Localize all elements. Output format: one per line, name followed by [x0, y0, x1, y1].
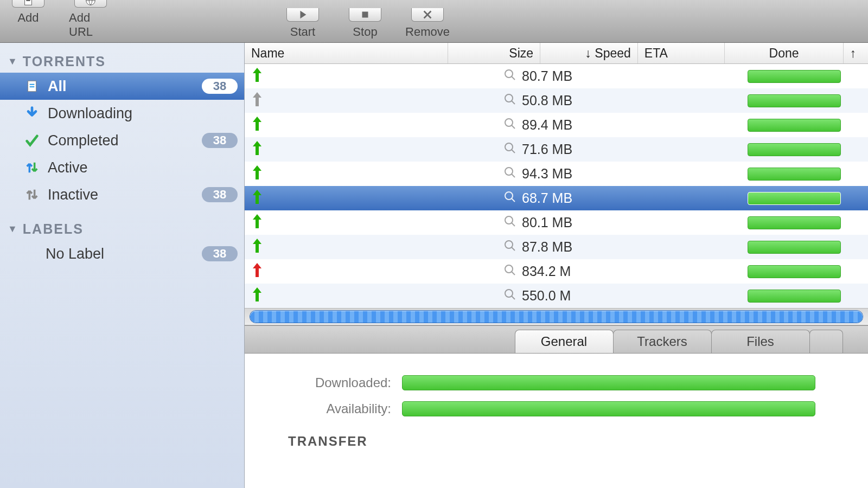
downloaded-label: Downloaded: [277, 375, 402, 390]
size-value: 80.7 MB [522, 68, 572, 84]
sidebar-header-torrents[interactable]: ▼ TORRENTS [0, 50, 244, 73]
status-arrow-icon [251, 67, 267, 86]
start-button[interactable]: Start [281, 8, 324, 39]
table-row[interactable]: 68.7 MB [245, 186, 868, 210]
done-progress-bar [748, 143, 841, 156]
status-arrow-icon [251, 164, 267, 184]
svg-point-8 [505, 70, 513, 78]
torrents-header-label: TORRENTS [23, 54, 106, 69]
done-progress-bar [748, 119, 841, 132]
svg-rect-4 [362, 12, 368, 18]
magnify-icon[interactable] [503, 190, 516, 207]
col-done[interactable]: Done [725, 43, 843, 63]
table-row[interactable]: 550.0 M [245, 284, 868, 308]
tab-overflow[interactable] [809, 330, 843, 353]
stop-icon [359, 9, 371, 21]
svg-point-16 [505, 265, 513, 273]
sidebar-item-all[interactable]: All38 [0, 73, 244, 100]
table-row[interactable]: 834.2 M [245, 259, 868, 284]
status-arrow-icon [251, 213, 267, 233]
table-row[interactable]: 50.8 MB [245, 88, 868, 113]
magnify-icon[interactable] [503, 117, 516, 133]
magnify-icon[interactable] [503, 166, 516, 182]
horizontal-scrollbar[interactable] [245, 308, 868, 325]
svg-point-14 [505, 216, 513, 224]
size-value: 80.1 MB [522, 215, 572, 230]
tab-general[interactable]: General [515, 330, 614, 353]
sidebar-item-label: No Label [46, 246, 202, 262]
size-value: 87.8 MB [522, 239, 572, 255]
remove-label: Remove [405, 25, 450, 39]
updown-gray-icon [24, 187, 40, 203]
sidebar-item-label: All [48, 78, 202, 95]
sidebar-label-item[interactable]: No Label38 [0, 240, 244, 267]
col-size[interactable]: Size [448, 43, 540, 63]
size-value: 550.0 M [522, 288, 571, 304]
magnify-icon[interactable] [503, 93, 516, 109]
table-row[interactable]: 80.1 MB [245, 210, 868, 235]
sidebar-item-completed[interactable]: Completed38 [0, 127, 244, 154]
add-url-label: Add URL [69, 11, 112, 39]
magnify-icon[interactable] [503, 264, 516, 280]
detail-panel: Downloaded: Availability: TRANSFER [245, 354, 868, 488]
col-name[interactable]: Name [245, 43, 448, 63]
stop-label: Stop [353, 25, 377, 39]
main: Name Size ↓ Speed ETA Done ↑ 80.7 MB50.8… [245, 43, 868, 488]
table-row[interactable]: 94.3 MB [245, 162, 868, 186]
size-value: 68.7 MB [522, 190, 572, 206]
count-badge: 38 [202, 246, 238, 261]
magnify-icon[interactable] [503, 239, 516, 255]
add-label: Add [17, 11, 39, 25]
stop-button[interactable]: Stop [343, 8, 387, 39]
table-row[interactable]: 89.4 MB [245, 113, 868, 137]
status-arrow-icon [251, 189, 267, 208]
magnify-icon[interactable] [503, 288, 516, 304]
scrollbar-thumb[interactable] [250, 311, 863, 323]
status-arrow-icon [251, 91, 267, 111]
done-progress-bar [748, 168, 841, 181]
downloaded-bar [402, 375, 815, 390]
status-arrow-icon [251, 237, 267, 257]
sidebar-header-labels[interactable]: ▼ LABELS [0, 218, 244, 240]
remove-icon [422, 9, 433, 21]
col-speed[interactable]: ↓ Speed [540, 43, 638, 63]
size-value: 94.3 MB [522, 166, 572, 182]
add-button[interactable]: Add [7, 0, 50, 39]
svg-point-17 [505, 290, 513, 297]
tab-files[interactable]: Files [711, 330, 810, 353]
tab-trackers[interactable]: Trackers [613, 330, 712, 353]
size-value: 71.6 MB [522, 142, 572, 157]
size-value: 50.8 MB [522, 93, 572, 108]
sidebar: ▼ TORRENTS All38DownloadingCompleted38Ac… [0, 43, 245, 488]
done-progress-bar [748, 241, 841, 254]
svg-point-9 [505, 94, 513, 102]
col-eta[interactable]: ETA [638, 43, 725, 63]
tab-strip: General Trackers Files [245, 325, 868, 354]
check-icon [24, 132, 40, 149]
sidebar-item-active[interactable]: Active [0, 154, 244, 181]
table-row[interactable]: 80.7 MB [245, 64, 868, 88]
sidebar-item-downloading[interactable]: Downloading [0, 100, 244, 127]
magnify-icon[interactable] [503, 142, 516, 158]
updown-icon [24, 159, 40, 176]
count-badge: 38 [202, 187, 238, 202]
sidebar-item-inactive[interactable]: Inactive38 [0, 181, 244, 208]
sidebar-item-label: Completed [48, 132, 202, 149]
size-value: 89.4 MB [522, 117, 572, 133]
count-badge: 38 [202, 133, 238, 148]
done-progress-bar [748, 70, 841, 83]
done-progress-bar [748, 192, 841, 205]
magnify-icon[interactable] [503, 68, 516, 85]
table-row[interactable]: 87.8 MB [245, 235, 868, 259]
remove-button[interactable]: Remove [406, 8, 449, 39]
start-label: Start [290, 25, 315, 39]
globe-icon [85, 0, 97, 7]
sidebar-item-label: Inactive [48, 187, 202, 203]
table-row[interactable]: 71.6 MB [245, 137, 868, 162]
availability-bar [402, 401, 815, 416]
col-extra[interactable]: ↑ [844, 43, 868, 63]
svg-point-11 [505, 143, 513, 151]
svg-point-12 [505, 168, 513, 175]
magnify-icon[interactable] [503, 215, 516, 231]
add-url-button[interactable]: Add URL [69, 0, 112, 39]
